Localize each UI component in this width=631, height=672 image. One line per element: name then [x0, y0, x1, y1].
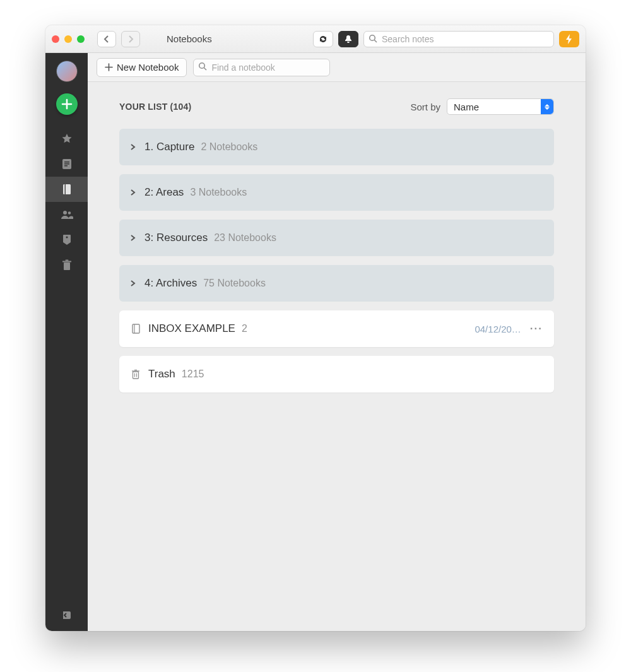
sidebar	[45, 53, 88, 631]
svg-point-10	[66, 237, 68, 239]
global-search	[363, 31, 554, 47]
svg-rect-18	[133, 372, 139, 379]
disclosure-icon	[131, 235, 136, 241]
notebook-icon	[62, 184, 72, 195]
trash-row[interactable]: Trash 1215	[119, 356, 554, 392]
notebook-count: 2	[242, 323, 247, 334]
svg-rect-4	[64, 163, 69, 165]
sort-by-label: Sort by	[410, 102, 440, 112]
trash-icon	[131, 369, 141, 379]
titlebar: Notebooks	[45, 25, 586, 53]
svg-point-9	[68, 211, 71, 215]
disclosure-icon	[131, 280, 136, 286]
svg-line-1	[374, 40, 377, 42]
new-notebook-button[interactable]: New Notebook	[97, 58, 187, 77]
plus-icon	[61, 98, 73, 110]
sort-select[interactable]: Name	[447, 98, 554, 115]
svg-rect-3	[64, 162, 69, 163]
svg-rect-11	[64, 262, 70, 270]
list-header: YOUR LIST (104) Sort by Name	[119, 98, 554, 115]
notebook-date: 04/12/20…	[475, 324, 521, 334]
new-notebook-label: New Notebook	[117, 62, 179, 73]
disclosure-icon	[131, 189, 136, 196]
find-notebook-input[interactable]	[193, 59, 330, 76]
subheader: New Notebook	[88, 53, 586, 82]
search-icon	[369, 34, 378, 44]
collapse-icon	[61, 610, 73, 621]
search-icon	[198, 62, 208, 71]
svg-rect-6	[63, 184, 71, 194]
sidebar-collapse-button[interactable]	[45, 610, 88, 621]
stack-row[interactable]: 1. Capture 2 Notebooks	[119, 129, 554, 165]
list-title: YOUR LIST (104)	[119, 102, 191, 112]
sync-icon	[318, 34, 328, 44]
sidebar-item-shared[interactable]	[45, 202, 88, 227]
window-controls	[52, 35, 85, 43]
minimize-window-button[interactable]	[64, 35, 72, 43]
sidebar-item-shortcuts[interactable]	[45, 126, 88, 151]
svg-point-8	[63, 211, 67, 215]
lightning-icon	[565, 34, 574, 44]
nav-back-button[interactable]	[97, 31, 116, 47]
chevron-right-icon	[127, 35, 134, 43]
svg-point-14	[199, 62, 205, 68]
sidebar-item-tags[interactable]	[45, 227, 88, 252]
stack-name: 2: Areas	[144, 186, 184, 199]
trash-icon	[62, 259, 72, 271]
stack-meta: 3 Notebooks	[190, 187, 247, 198]
stack-meta: 23 Notebooks	[214, 232, 276, 244]
sync-button[interactable]	[313, 31, 333, 47]
star-icon	[61, 133, 73, 144]
stack-row[interactable]: 3: Resources 23 Notebooks	[119, 220, 554, 256]
new-note-button[interactable]	[56, 93, 78, 115]
main-panel: New Notebook YOUR LIST (104) Sort by	[88, 53, 586, 631]
nav-forward-button[interactable]	[121, 31, 140, 47]
stack-row[interactable]: 2: Areas 3 Notebooks	[119, 174, 554, 211]
sidebar-item-trash[interactable]	[45, 252, 88, 278]
svg-rect-13	[65, 260, 68, 261]
tag-icon	[62, 234, 72, 245]
zoom-window-button[interactable]	[77, 35, 85, 43]
note-icon	[62, 158, 72, 170]
window-title: Notebooks	[167, 33, 308, 44]
content-area: YOUR LIST (104) Sort by Name 1. Captur	[88, 82, 586, 631]
stack-meta: 2 Notebooks	[201, 141, 257, 153]
app-window: Notebooks	[45, 25, 586, 631]
plus-icon	[105, 63, 113, 71]
sort-select-value: Name	[454, 102, 479, 112]
svg-rect-5	[64, 165, 68, 167]
svg-rect-12	[62, 261, 71, 262]
chevron-updown-icon	[541, 99, 553, 114]
notebook-row[interactable]: INBOX EXAMPLE 2 04/12/20… ···	[119, 310, 554, 347]
trash-count: 1215	[182, 368, 204, 380]
more-actions-button[interactable]: ···	[530, 322, 543, 335]
bell-icon	[344, 35, 353, 44]
svg-line-15	[204, 68, 207, 70]
avatar[interactable]	[56, 61, 78, 82]
disclosure-icon	[131, 144, 136, 150]
svg-rect-7	[64, 184, 66, 194]
find-notebook-search	[193, 59, 330, 76]
notifications-button[interactable]	[338, 31, 358, 47]
notebook-name: INBOX EXAMPLE	[148, 322, 235, 335]
stack-name: 4: Archives	[144, 277, 197, 290]
stack-name: 3: Resources	[144, 232, 208, 244]
stack-row[interactable]: 4: Archives 75 Notebooks	[119, 265, 554, 302]
trash-name: Trash	[148, 368, 175, 380]
upgrade-button[interactable]	[559, 31, 579, 47]
global-search-input[interactable]	[363, 31, 554, 47]
notebook-icon	[131, 324, 141, 334]
sidebar-item-notebooks[interactable]	[45, 177, 88, 202]
svg-rect-16	[133, 324, 139, 333]
stack-meta: 75 Notebooks	[203, 278, 266, 289]
chevron-left-icon	[103, 35, 110, 43]
stack-name: 1. Capture	[144, 141, 194, 153]
sidebar-item-notes[interactable]	[45, 151, 88, 177]
svg-point-0	[370, 35, 375, 40]
sort-control: Sort by Name	[410, 98, 554, 115]
close-window-button[interactable]	[52, 35, 59, 43]
people-icon	[61, 209, 73, 220]
